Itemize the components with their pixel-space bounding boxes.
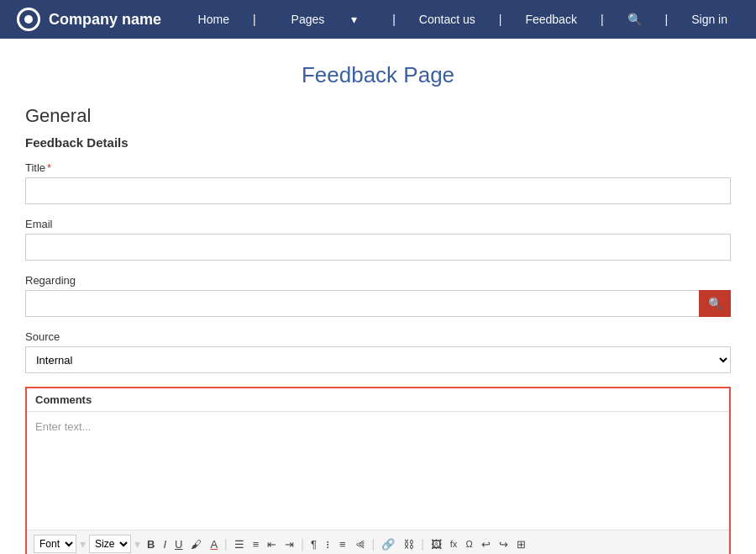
image-button[interactable]: 🖼 [428,536,445,552]
link-button[interactable]: 🔗 [378,536,398,552]
search-icon[interactable]: 🔍 [616,13,654,26]
email-group: Email [25,218,731,261]
unordered-list-button[interactable]: ☰ [231,536,248,552]
nav-link-signin[interactable]: Sign in [680,13,739,26]
chevron-down-icon: ▾ [339,13,369,26]
nav-link-contact[interactable]: Contact us [407,13,487,26]
ordered-list-button[interactable]: ≡ [249,536,263,552]
italic-button[interactable]: I [160,536,170,552]
underline-button[interactable]: U [171,536,186,552]
title-required: * [47,161,51,174]
nav-sep-3: | [487,13,514,25]
page-title: Feedback Page [0,39,756,105]
section-heading: General [25,105,731,127]
toolbar-sep-2: ▾ [134,537,140,551]
size-select[interactable]: Size [89,535,131,553]
nav-item-home[interactable]: Home [186,13,241,26]
toolbar-sep-5: | [372,537,375,551]
nav-item-search[interactable]: 🔍 [616,13,654,26]
outdent-button[interactable]: ⇤ [264,536,280,552]
toolbar-sep-6: | [421,537,424,551]
nav-item-pages[interactable]: Pages ▾ [268,13,381,26]
comments-body[interactable]: Enter text... [27,412,729,530]
nav-item-signin[interactable]: Sign in [680,13,739,26]
main-content: General Feedback Details Title* Email Re… [8,105,748,554]
nav-sep-1: | [241,13,268,25]
font-color-button[interactable]: A [207,536,221,552]
align-right-button[interactable]: ⫷ [351,536,369,552]
toolbar-sep-4: | [301,537,304,551]
email-input[interactable] [25,234,731,261]
source-label: Source [25,330,731,343]
nav-item-feedback[interactable]: Feedback [513,13,588,26]
special-button2[interactable]: Ω [462,537,475,551]
title-label: Title* [25,161,731,174]
brand[interactable]: Company name [17,8,161,31]
unlink-button[interactable]: ⛓ [400,536,417,552]
nav-sep-2: | [381,13,407,25]
brand-icon [17,8,40,31]
nav-sep-5: | [654,13,680,25]
font-select[interactable]: Font [34,535,76,553]
brand-name: Company name [49,11,161,29]
bold-button[interactable]: B [144,536,158,552]
comments-header: Comments [27,388,729,412]
comments-container: Comments Enter text... Font ▾ Size ▾ B I… [25,387,731,554]
regarding-input[interactable] [25,290,699,317]
subsection-heading: Feedback Details [25,135,731,150]
email-label: Email [25,218,731,230]
nav-link-feedback[interactable]: Feedback [513,13,588,26]
regarding-group: Regarding 🔍 [25,274,731,317]
highlight-button[interactable]: 🖌 [187,536,205,552]
title-group: Title* [25,161,731,204]
toolbar-sep-1: ▾ [80,537,86,551]
regarding-label: Regarding [25,274,731,287]
title-input[interactable] [25,177,731,204]
source-group: Source Internal External Web [25,330,731,373]
indent-button[interactable]: ⇥ [281,536,297,552]
toolbar-sep-3: | [224,537,228,551]
navbar: Company name Home | Pages ▾ | Contact us… [0,0,756,39]
comments-placeholder: Enter text... [35,420,91,433]
regarding-wrapper: 🔍 [25,290,731,317]
regarding-search-button[interactable]: 🔍 [699,290,731,317]
table-button[interactable]: ⊞ [513,536,529,552]
comments-toolbar: Font ▾ Size ▾ B I U 🖌 A | ☰ ≡ ⇤ ⇥ | ¶ [27,530,729,554]
nav-sep-4: | [589,13,616,25]
align-left-button[interactable]: ⫶ [322,536,334,552]
nav-item-contact[interactable]: Contact us [407,13,487,26]
nav-links: Home | Pages ▾ | Contact us | Feedback |… [186,13,739,26]
nav-link-home[interactable]: Home [186,13,241,26]
source-select[interactable]: Internal External Web [25,346,731,373]
align-center-button[interactable]: ¶ [307,536,320,552]
redo-button[interactable]: ↪ [496,536,512,552]
undo-button[interactable]: ↩ [478,536,494,552]
align-middle-button[interactable]: ≡ [336,536,349,552]
nav-link-pages[interactable]: Pages ▾ [268,13,381,26]
special-char-button[interactable]: fx [447,537,461,551]
